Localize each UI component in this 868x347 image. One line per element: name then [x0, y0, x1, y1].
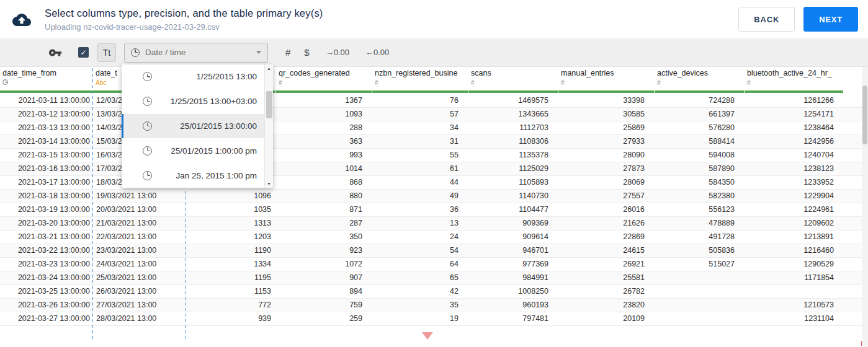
column-header-nzbn_registered_busine[interactable]: nzbn_registered_busine# [372, 67, 468, 94]
table-cell: 1093 [276, 108, 372, 121]
column-header-manual_entries[interactable]: manual_entries# [558, 67, 655, 94]
table-cell: 1203 [186, 231, 276, 244]
back-button[interactable]: BACK [738, 7, 795, 32]
table-cell: 35 [372, 299, 468, 312]
table-cell: 44 [372, 176, 468, 189]
table-cell: 1261266 [745, 94, 844, 107]
primary-key-checkbox[interactable]: ✓ [78, 47, 89, 58]
table-row: 2021-03-18 13:00:0019/03/2021 13:0010968… [0, 190, 862, 203]
table-cell: 1213891 [745, 231, 844, 244]
table-cell: 26/03/2021 13:00 [93, 285, 186, 298]
table-cell: 1238464 [745, 121, 844, 134]
increase-precision-button[interactable]: →0.00 [326, 48, 349, 57]
check-icon: ✓ [80, 49, 86, 56]
column-header-active_devices[interactable]: active_devices# [655, 67, 745, 94]
table-cell: 1238123 [745, 162, 844, 175]
table-cell: 1171854 [745, 271, 844, 284]
table-cell: 27557 [558, 190, 655, 203]
table-cell: 1190 [186, 244, 276, 257]
table-cell: 24 [372, 231, 468, 244]
number-type-button[interactable]: # [285, 47, 290, 58]
column-name: active_devices [657, 69, 745, 78]
column-quality-bar [0, 90, 92, 93]
currency-type-button[interactable]: $ [304, 47, 309, 58]
column-header-date_time_from[interactable]: date_time_from [0, 67, 93, 94]
table-cell: 2021-03-14 13:00:00 [0, 135, 93, 148]
table-row: 2021-03-20 13:00:0021/03/2021 13:0013132… [0, 217, 862, 231]
dropdown-scroll-thumb[interactable] [266, 91, 272, 118]
dropdown-item[interactable]: 1/25/2015 13:00+03:00 [122, 89, 264, 114]
table-cell: 1290529 [745, 258, 844, 271]
text-type-button[interactable]: Tt [97, 43, 116, 62]
column-type-indicator: # [375, 79, 468, 87]
dropdown-item[interactable]: 25/01/2015 1:00:00 pm [122, 138, 264, 163]
table-cell: 588414 [655, 135, 745, 148]
table-cell: 19/03/2021 13:00 [93, 190, 186, 203]
table-cell: 2021-03-11 13:00:00 [0, 94, 93, 107]
column-header-bluetooth_active_24_hr_[interactable]: bluetooth_active_24_hr_# [745, 67, 844, 94]
column-name: nzbn_registered_busine [375, 69, 468, 78]
table-cell: 34 [372, 121, 468, 134]
dropdown-item[interactable]: 25/01/2015 13:00:00 [122, 114, 264, 139]
primary-key-icon[interactable] [48, 46, 62, 59]
column-name: scans [471, 69, 558, 78]
table-cell: 923 [276, 244, 372, 257]
table-cell: 960193 [468, 299, 558, 312]
table-cell: 582380 [655, 190, 745, 203]
table-cell: 26921 [558, 258, 655, 271]
clock-icon [143, 72, 152, 81]
dropdown-item[interactable]: Jan 25, 2015 1:00 pm [122, 163, 264, 188]
upload-filename-subtitle: Uploading nz-covid-tracer-usage-2021-03-… [45, 22, 323, 32]
table-cell: 1135378 [468, 149, 558, 162]
table-cell: 1367 [276, 94, 372, 107]
datetime-format-select[interactable]: Date / time [124, 43, 268, 63]
chevron-down-icon [256, 51, 261, 54]
vertical-scrollbar-thumb[interactable] [862, 86, 867, 144]
dropdown-scroll-track[interactable] [265, 72, 273, 180]
table-cell: 19 [372, 312, 468, 325]
column-name: bluetooth_active_24_hr_ [747, 69, 844, 78]
table-cell: 576280 [655, 121, 745, 134]
table-cell: 1112703 [468, 121, 558, 134]
table-cell: 23820 [558, 299, 655, 312]
dropdown-item[interactable]: 1/25/2015 13:00 [122, 64, 264, 89]
column-type-indicator: # [657, 79, 745, 87]
vertical-scrollbar[interactable] [862, 67, 868, 347]
column-name: qr_codes_generated [279, 69, 372, 78]
column-quality-bar [745, 90, 843, 93]
table-cell: 2021-03-23 13:00:00 [0, 258, 93, 271]
table-cell: 1313 [186, 217, 276, 230]
table-cell: 2021-03-20 13:00:00 [0, 217, 93, 230]
scroll-down-arrow[interactable]: ▼ [267, 180, 271, 188]
clock-icon [131, 48, 140, 57]
table-row: 2021-03-27 13:00:0028/03/2021 13:0093925… [0, 312, 862, 326]
column-header-qr_codes_generated[interactable]: qr_codes_generated# [276, 67, 372, 94]
scroll-up-arrow[interactable]: ▲ [267, 64, 271, 72]
decrease-precision-button[interactable]: ←0.00 [365, 48, 389, 57]
table-cell: 23/03/2021 13:00 [93, 244, 186, 257]
column-quality-bar [655, 90, 744, 93]
table-cell: 661397 [655, 108, 745, 121]
clock-icon [143, 97, 152, 106]
wizard-actions: BACK NEXT [738, 7, 858, 32]
dropdown-item-label: 25/01/2015 13:00:00 [157, 121, 257, 131]
table-cell: 2021-03-26 13:00:00 [0, 299, 93, 312]
column-quality-bar [276, 90, 372, 93]
table-cell: 1216460 [745, 244, 844, 257]
table-row: 2021-03-26 13:00:0027/03/2021 13:0077275… [0, 299, 862, 312]
dropdown-list: 1/25/2015 13:001/25/2015 13:00+03:0025/0… [122, 64, 264, 188]
column-header-scans[interactable]: scans# [468, 67, 558, 94]
table-cell: 20109 [558, 312, 655, 325]
table-cell: 350 [276, 231, 372, 244]
next-button[interactable]: NEXT [803, 7, 858, 32]
table-row: 2021-03-25 13:00:0026/03/2021 13:0011538… [0, 285, 862, 299]
table-cell: 25869 [558, 121, 655, 134]
table-cell: 363 [276, 135, 372, 148]
table-cell: 1210573 [745, 299, 844, 312]
table-cell: 22/03/2021 13:00 [93, 231, 186, 244]
table-cell: 27933 [558, 135, 655, 148]
table-cell: 1242956 [745, 135, 844, 148]
table-cell: 2021-03-19 13:00:00 [0, 203, 93, 216]
dropdown-scrollbar[interactable]: ▲ ▼ [264, 64, 273, 188]
table-cell: 759 [276, 299, 372, 312]
